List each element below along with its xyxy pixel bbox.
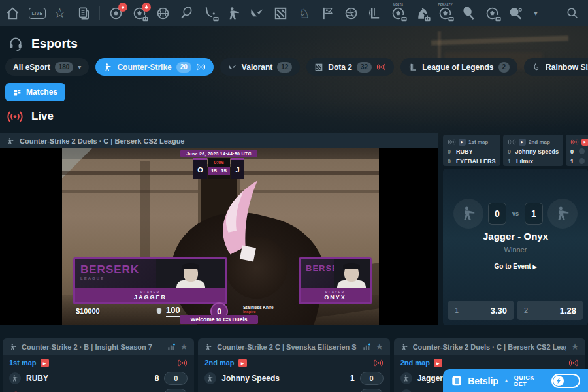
go-to-event-link[interactable]: Go to Event ▶	[443, 263, 588, 270]
echess-icon[interactable]: ♘	[297, 6, 312, 21]
live-icon	[177, 359, 188, 367]
live-tv-icon[interactable]: LIVE	[29, 6, 44, 21]
stream-timestamp: June 26, 2023 14:44:50 UTC	[0, 150, 438, 157]
round-timer: 0:06	[208, 158, 230, 167]
chevron-down-icon: ▾	[78, 63, 81, 71]
news-icon[interactable]	[76, 6, 91, 21]
matches-button[interactable]: Matches	[5, 83, 65, 101]
player-money: $10000	[76, 307, 100, 315]
counter-strike-icon	[204, 343, 212, 351]
evolleyball-icon[interactable]	[344, 6, 359, 21]
round-scores: 1515	[208, 167, 230, 175]
map-score-cards: ▶ 1st map 0RUBY 0EYEBALLERS ▶ 2nd map 0J…	[443, 135, 588, 166]
team-icon	[400, 372, 412, 384]
stats-icon[interactable]	[362, 342, 371, 351]
filter-league-of-legends[interactable]: League of Legends 2	[400, 58, 517, 76]
live-icon	[373, 359, 384, 367]
hud-weapon: Stainless Knife Inspire	[243, 305, 274, 314]
home-icon[interactable]	[5, 6, 20, 21]
league-of-legends-icon	[408, 63, 417, 72]
ehockey-icon[interactable]	[203, 6, 218, 21]
stats-icon[interactable]	[167, 342, 176, 351]
counter-strike-icon	[103, 63, 112, 72]
more-sports-caret-icon[interactable]: ▾	[532, 9, 540, 18]
robot-badge-icon	[400, 15, 408, 22]
match-card-header[interactable]: Counter-Strike 2 C | Svenska Elitserien …	[198, 338, 389, 355]
live-section-header: Live	[7, 110, 54, 123]
valorant-icon	[228, 63, 237, 72]
nav-divider	[99, 6, 100, 20]
ehorse-racing-icon[interactable]	[414, 6, 429, 21]
team-icon	[579, 158, 585, 164]
esport-filters: All eSport 180 ▾ Counter-Strike 20 Valor…	[5, 58, 588, 76]
efifa-icon[interactable]	[485, 6, 500, 21]
filter-all-esport[interactable]: All eSport 180 ▾	[5, 58, 89, 76]
valorant-icon[interactable]	[250, 6, 265, 21]
filter-valorant[interactable]: Valorant 12	[220, 58, 300, 76]
hot-badge-icon	[118, 3, 127, 12]
count-badge: 2	[498, 62, 510, 73]
favorite-star-icon[interactable]: ★	[180, 342, 188, 351]
favorite-star-icon[interactable]: ★	[376, 342, 384, 351]
quick-bet-label: QUICK BET	[514, 374, 546, 387]
match-card-header[interactable]: Counter-Strike 2 Duels · C | Berserk CS2…	[394, 338, 585, 355]
live-tv-label: LIVE	[29, 8, 46, 19]
league-of-legends-icon[interactable]	[367, 6, 382, 21]
eracing-icon[interactable]	[320, 6, 335, 21]
favorites-icon[interactable]: ☆	[52, 6, 67, 21]
quick-bet-toggle[interactable]	[551, 374, 580, 388]
esports-live-page: LIVE ☆ ♘ VOLTA PENALTY ▾ Esports Al	[0, 0, 588, 392]
odds-button-2[interactable]: 2 1.28	[517, 301, 583, 320]
counter-strike-icon	[9, 343, 17, 351]
efootball-icon[interactable]	[132, 6, 147, 21]
counter-strike-icon	[7, 137, 14, 145]
video-player[interactable]: June 26, 2023 14:44:50 UTC O 0:06 1515 J…	[0, 148, 438, 325]
player-card-jagger: BERSERK LEAGUE PLAYER JAGGER	[73, 257, 227, 304]
live-broadcast-icon	[7, 110, 24, 123]
player-name: ONYX	[324, 294, 346, 301]
stream-header[interactable]: Counter-Strike 2 Duels · C | Berserk CS2…	[0, 133, 438, 148]
odds-button[interactable]: 0	[164, 372, 188, 385]
map-row: 2nd map ▶	[198, 355, 389, 370]
epadel-icon[interactable]	[461, 6, 476, 21]
away-score: 1	[525, 203, 543, 225]
table-tennis-icon[interactable]	[508, 6, 523, 21]
play-icon[interactable]: ▶	[238, 359, 247, 367]
away-tag: J	[231, 158, 244, 179]
search-icon[interactable]	[566, 7, 579, 20]
betslip-icon	[451, 374, 463, 387]
match-card-header[interactable]: Counter-Strike 2 · B | Insight Season 7 …	[3, 338, 194, 355]
team-row: Johnny Speeds 1 0	[198, 370, 389, 387]
match-result-panel: 0 vs 1 Jagger - Onyx Winner Go to Event …	[443, 169, 588, 325]
filter-counter-strike[interactable]: Counter-Strike 20	[95, 58, 213, 76]
eyeballers-logo-icon	[9, 389, 21, 392]
headset-icon	[8, 36, 24, 52]
odds-button[interactable]: 0	[360, 372, 384, 385]
odds-button[interactable]: 0	[164, 389, 188, 392]
play-icon[interactable]: ▶	[434, 359, 442, 367]
play-icon[interactable]: ▶	[41, 359, 49, 367]
favorite-star-icon[interactable]: ★	[571, 342, 579, 351]
count-badge: 12	[277, 62, 292, 73]
penalty-football-icon[interactable]: PENALTY	[438, 6, 453, 21]
player-name: JAGGER	[134, 294, 167, 301]
counter-strike-icon[interactable]	[226, 6, 241, 21]
dota2-icon[interactable]	[273, 6, 288, 21]
hud-scoreboard: O 0:06 1515 J	[0, 158, 438, 179]
live-icon	[568, 359, 579, 367]
play-icon[interactable]: ▶	[459, 139, 466, 146]
map-card-3[interactable]: ▶ 0 1	[566, 135, 588, 166]
filter-dota2[interactable]: Dota 2 32	[306, 58, 394, 76]
play-icon[interactable]: ▶	[581, 139, 588, 146]
map-card-2[interactable]: ▶ 2nd map 0Johnny Speeds 1Lilmix	[503, 135, 563, 166]
betslip-bar[interactable]: Betslip ▲ QUICK BET	[443, 369, 588, 392]
etennis-icon[interactable]	[179, 6, 194, 21]
basketball-icon[interactable]	[155, 6, 171, 21]
filter-rainbow-six[interactable]: Rainbow Six 28	[524, 58, 588, 76]
odds-button[interactable]: 1	[360, 389, 384, 392]
odds-button-1[interactable]: 1 3.30	[448, 301, 514, 320]
map-card-1[interactable]: ▶ 1st map 0RUBY 0EYEBALLERS	[443, 135, 500, 166]
play-icon[interactable]: ▶	[519, 139, 526, 146]
volta-football-icon[interactable]: VOLTA	[391, 6, 406, 21]
football-icon[interactable]	[108, 6, 123, 21]
